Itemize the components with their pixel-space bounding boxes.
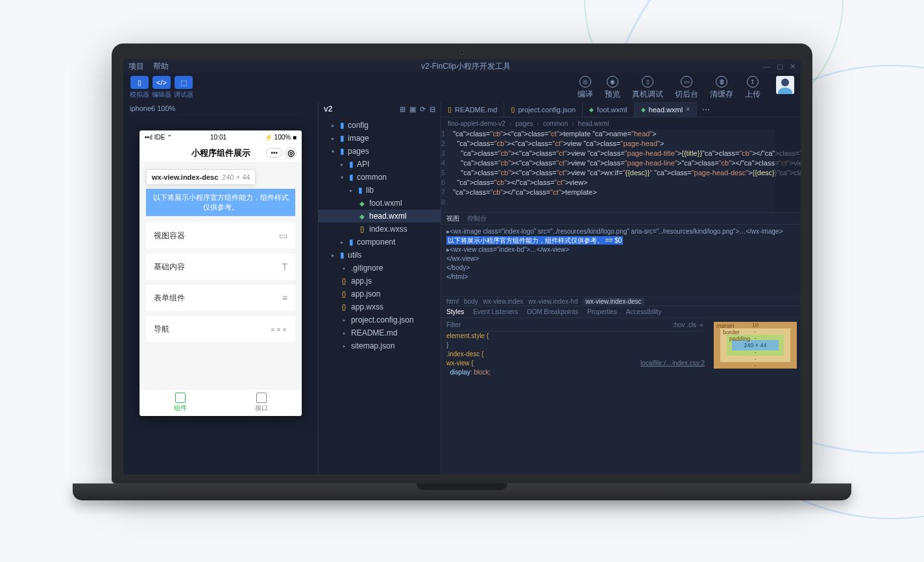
file-foot.wxml[interactable]: ◆foot.wxml bbox=[319, 197, 441, 210]
dom-tree[interactable]: ▸<wx-image class="index-logo" src="../re… bbox=[441, 225, 801, 296]
folder-common[interactable]: ▾▮common bbox=[319, 171, 441, 184]
editor-button[interactable]: </> bbox=[152, 76, 171, 89]
styles-filter[interactable]: Filter bbox=[446, 321, 461, 330]
tab-project.config.json[interactable]: {}project.config.json bbox=[504, 102, 583, 117]
editor-label: 编辑器 bbox=[152, 90, 171, 99]
crumb[interactable]: pages bbox=[515, 119, 533, 127]
dom-crumb[interactable]: wx-view.index-desc bbox=[583, 297, 644, 304]
tab-foot.wxml[interactable]: ◆foot.wxml bbox=[583, 102, 634, 117]
dom-crumb[interactable]: html bbox=[446, 297, 459, 304]
breadcrumb: fino-applet-demo-v2›pages›common›head.wx… bbox=[441, 117, 801, 129]
dom-crumb[interactable]: wx-view.index-hd bbox=[528, 297, 578, 304]
remote-debug-button[interactable]: ▯真机调试 bbox=[632, 76, 663, 100]
file-explorer: v2 ⊞ ▣ ⟳ ⊟ ▸▮config▸▮image▾▮pages▸▮API▾▮… bbox=[318, 102, 441, 474]
toolbar: ▯模拟器 </>编辑器 ⬚调试器 ◎编译 ◉预览 ▯真机调试 ▭切后台 🗑清缓存… bbox=[123, 73, 801, 102]
tab-more-icon[interactable]: ⋯ bbox=[697, 102, 715, 117]
dom-line[interactable]: </body> bbox=[446, 263, 796, 273]
code-editor[interactable]: 1 2 3 4 5 6 7 8 "ca">class="cb"><"ca">cl… bbox=[441, 129, 801, 212]
new-folder-icon[interactable]: ▣ bbox=[409, 104, 416, 113]
file-README.md[interactable]: ▪README.md bbox=[319, 326, 441, 339]
compile-button[interactable]: ◎编译 bbox=[578, 76, 593, 100]
list-item[interactable]: 导航∘∘∘ bbox=[146, 316, 295, 342]
dom-crumb[interactable]: wx-view.index bbox=[483, 297, 524, 304]
folder-component[interactable]: ▸▮component bbox=[319, 236, 441, 249]
menu-help[interactable]: 帮助 bbox=[153, 60, 169, 71]
file-app.js[interactable]: {}app.js bbox=[319, 275, 441, 287]
subtab-event-listeners[interactable]: Event Listeners bbox=[473, 308, 518, 315]
menu-project[interactable]: 项目 bbox=[128, 60, 144, 71]
minimize-icon[interactable]: — bbox=[763, 62, 770, 70]
phone-frame: ••ıl IDE ⌃ 10:01 ⚡ 100% ■ 小程序组件展示 ••• ◎ bbox=[140, 130, 302, 416]
phone-navbar: 小程序组件展示 ••• ◎ bbox=[140, 143, 302, 163]
collapse-icon[interactable]: ⊟ bbox=[430, 104, 435, 113]
avatar[interactable] bbox=[776, 76, 794, 94]
file-project.config.json[interactable]: ▪project.config.json bbox=[319, 313, 441, 326]
laptop-frame: 项目 帮助 v2-FinClip小程序开发工具 — ▢ ✕ ▯模拟器 </>编辑… bbox=[112, 43, 812, 500]
crumb[interactable]: common bbox=[543, 119, 568, 127]
file-.gitignore[interactable]: ▪.gitignore bbox=[319, 262, 441, 275]
ide-window: 项目 帮助 v2-FinClip小程序开发工具 — ▢ ✕ ▯模拟器 </>编辑… bbox=[123, 59, 801, 474]
devtools-subtabs: StylesEvent ListenersDOM BreakpointsProp… bbox=[441, 306, 801, 318]
subtab-styles[interactable]: Styles bbox=[446, 308, 464, 315]
list-item[interactable]: 视图容器▭ bbox=[146, 223, 295, 249]
upload-button[interactable]: ↥上传 bbox=[745, 76, 760, 100]
devtools-tab-console[interactable]: 控制台 bbox=[467, 214, 487, 223]
minimap[interactable] bbox=[775, 129, 801, 212]
file-head.wxml[interactable]: ◆head.wxml bbox=[319, 210, 441, 223]
nav-more-icon[interactable]: ••• bbox=[266, 148, 282, 158]
device-label: iphone6 100% bbox=[123, 102, 318, 115]
new-file-icon[interactable]: ⊞ bbox=[400, 104, 406, 113]
file-app.json[interactable]: {}app.json bbox=[319, 287, 441, 300]
dom-line[interactable]: </html> bbox=[446, 273, 796, 282]
preview-button[interactable]: ◉预览 bbox=[605, 76, 620, 100]
file-index.wxss[interactable]: {}index.wxss bbox=[319, 223, 441, 236]
folder-API[interactable]: ▸▮API bbox=[319, 158, 441, 171]
file-app.wxss[interactable]: {}app.wxss bbox=[319, 300, 441, 313]
dom-line[interactable]: ▸<wx-image class="index-logo" src="../re… bbox=[446, 227, 796, 236]
subtab-accessibility[interactable]: Accessibility bbox=[626, 308, 661, 315]
maximize-icon[interactable]: ▢ bbox=[777, 62, 783, 70]
debugger-button[interactable]: ⬚ bbox=[175, 76, 193, 89]
menubar: 项目 帮助 v2-FinClip小程序开发工具 — ▢ ✕ bbox=[123, 59, 801, 73]
list-item[interactable]: 表单组件≡ bbox=[146, 285, 295, 311]
dom-line[interactable]: ▸<wx-view class="index-bd">…</wx-view> bbox=[446, 245, 796, 254]
editor-column: {}README.md{}project.config.json◆foot.wx… bbox=[441, 102, 801, 474]
folder-pages[interactable]: ▾▮pages bbox=[319, 145, 441, 158]
crumb[interactable]: fino-applet-demo-v2 bbox=[448, 119, 505, 127]
devtools-tab-view[interactable]: 视图 bbox=[446, 214, 459, 223]
styles-pane[interactable]: Filter :hov .cls ＋ element.style {}.inde… bbox=[441, 318, 710, 474]
folder-image[interactable]: ▸▮image bbox=[319, 132, 441, 145]
inspect-tooltip: wx-view.index-desc 240 × 44 bbox=[146, 169, 256, 185]
tab-component[interactable]: 组件 bbox=[140, 389, 221, 416]
box-model: margin 10 - border - - padding bbox=[710, 318, 801, 474]
dom-line[interactable]: 以下将展示小程序官方组件能力，组件样式仅供参考。 == $0 bbox=[446, 236, 796, 245]
nav-close-icon[interactable]: ◎ bbox=[285, 147, 297, 158]
styles-toggles[interactable]: :hov .cls ＋ bbox=[673, 321, 705, 330]
close-icon[interactable]: ✕ bbox=[790, 62, 796, 70]
debugger-label: 调试器 bbox=[174, 90, 193, 99]
phone-statusbar: ••ıl IDE ⌃ 10:01 ⚡ 100% ■ bbox=[140, 130, 302, 143]
editor-tabs: {}README.md{}project.config.json◆foot.wx… bbox=[441, 102, 801, 117]
project-name: v2 bbox=[324, 104, 332, 114]
dom-line[interactable]: </wx-view> bbox=[446, 254, 796, 263]
highlight-region: 以下将展示小程序官方组件能力，组件样式仅供参考。 bbox=[146, 189, 295, 216]
page-title: 小程序组件展示 bbox=[191, 147, 250, 158]
simulator-button[interactable]: ▯ bbox=[130, 76, 149, 89]
simulator-label: 模拟器 bbox=[130, 90, 149, 99]
dom-breadcrumb: htmlbodywx-view.indexwx-view.index-hdwx-… bbox=[441, 296, 801, 306]
subtab-dom-breakpoints[interactable]: DOM Breakpoints bbox=[527, 308, 578, 315]
folder-lib[interactable]: ▸▮lib bbox=[319, 184, 441, 197]
file-sitemap.json[interactable]: ▪sitemap.json bbox=[319, 339, 441, 352]
folder-config[interactable]: ▸▮config bbox=[319, 119, 441, 132]
background-button[interactable]: ▭切后台 bbox=[675, 76, 698, 100]
list-item[interactable]: 基础内容T bbox=[146, 254, 295, 280]
folder-utils[interactable]: ▸▮utils bbox=[319, 249, 441, 262]
tab-api[interactable]: 接口 bbox=[221, 389, 302, 416]
clear-cache-button[interactable]: 🗑清缓存 bbox=[710, 76, 733, 100]
refresh-icon[interactable]: ⟳ bbox=[420, 104, 426, 113]
subtab-properties[interactable]: Properties bbox=[587, 308, 617, 315]
tab-README.md[interactable]: {}README.md bbox=[441, 102, 504, 117]
dom-crumb[interactable]: body bbox=[464, 297, 478, 304]
crumb[interactable]: head.wxml bbox=[578, 119, 609, 127]
tab-head.wxml[interactable]: ◆head.wxml× bbox=[635, 102, 697, 117]
